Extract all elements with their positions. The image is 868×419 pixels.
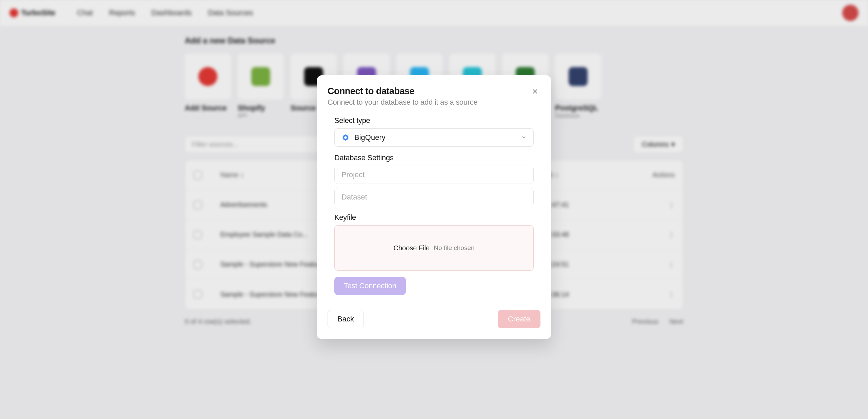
back-button[interactable]: Back xyxy=(328,310,364,328)
close-icon xyxy=(532,88,538,95)
choose-file-button[interactable]: Choose File xyxy=(393,244,430,252)
connect-database-modal: Connect to database Connect to your data… xyxy=(317,75,551,339)
modal-subtitle: Connect to your database to add it as a … xyxy=(328,98,477,107)
modal-title: Connect to database xyxy=(328,86,477,97)
svg-point-3 xyxy=(344,136,347,139)
modal-footer: Back Create xyxy=(328,310,540,328)
dataset-input[interactable] xyxy=(334,188,534,206)
chevron-down-icon xyxy=(521,133,527,142)
project-input[interactable] xyxy=(334,166,534,184)
keyfile-label: Keyfile xyxy=(334,213,534,222)
no-file-text: No file chosen xyxy=(434,244,474,252)
form-section: Select type BigQuery xyxy=(328,116,540,295)
modal-header: Connect to database Connect to your data… xyxy=(328,86,540,107)
close-button[interactable] xyxy=(530,86,540,97)
select-type-label: Select type xyxy=(334,116,534,125)
db-settings-label: Database Settings xyxy=(334,153,534,162)
test-connection-button[interactable]: Test Connection xyxy=(334,277,406,295)
db-type-value: BigQuery xyxy=(354,133,386,142)
bigquery-icon xyxy=(341,133,350,142)
create-button[interactable]: Create xyxy=(498,310,540,328)
db-type-select[interactable]: BigQuery xyxy=(334,128,534,147)
modal-overlay: Connect to database Connect to your data… xyxy=(0,0,868,419)
keyfile-dropzone[interactable]: Choose File No file chosen xyxy=(334,225,534,271)
